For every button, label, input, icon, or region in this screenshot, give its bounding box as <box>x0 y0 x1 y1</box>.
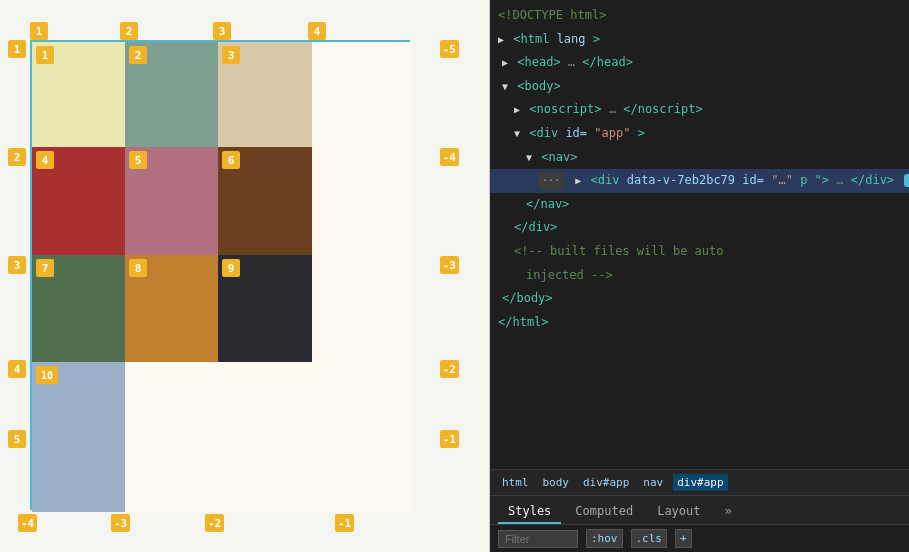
grid-cell-7: 7 <box>32 255 125 362</box>
cell-label-3: 3 <box>222 46 240 64</box>
expand-html-icon[interactable] <box>498 34 504 45</box>
cell-label-7: 7 <box>36 259 54 277</box>
grid-cell-10: 10 <box>32 362 125 512</box>
devtools-panel: <!DOCTYPE html> <html lang > <head> … </… <box>490 0 909 552</box>
dom-line-doctype: <!DOCTYPE html> <box>490 4 909 28</box>
cell-label-6: 6 <box>222 151 240 169</box>
cell-label-1: 1 <box>36 46 54 64</box>
grid-cell-5: 5 <box>125 147 218 255</box>
cell-label-5: 5 <box>129 151 147 169</box>
breadcrumb-div-app-2[interactable]: div#app <box>673 474 727 491</box>
grid-cell-col2-row4 <box>125 362 218 512</box>
dom-line-comment: <!-- built files will be auto <box>490 240 909 264</box>
expand-inner-div-icon[interactable] <box>575 175 581 186</box>
col-neg-label-4: -4 <box>18 514 37 532</box>
grid-badge[interactable]: grid <box>904 174 909 187</box>
expand-nav-icon[interactable] <box>526 152 532 163</box>
row-neg-label-1: -1 <box>440 430 459 448</box>
grid-visualization: 1 2 3 4 5 6 7 8 <box>0 0 490 552</box>
row-neg-label-4: -4 <box>440 148 459 166</box>
expand-body-icon[interactable] <box>502 81 508 92</box>
tab-styles[interactable]: Styles <box>498 500 561 524</box>
row-neg-label-5: -5 <box>440 40 459 58</box>
tab-more-icon[interactable]: » <box>715 500 742 524</box>
grid-cell-col4-row2 <box>312 147 412 255</box>
cell-label-8: 8 <box>129 259 147 277</box>
row-label-3: 3 <box>8 256 26 274</box>
grid-cell-3: 3 <box>218 42 312 147</box>
row-neg-label-2: -2 <box>440 360 459 378</box>
ellipsis-icon[interactable]: ··· <box>538 172 564 190</box>
tab-layout[interactable]: Layout <box>647 500 710 524</box>
dom-line-html[interactable]: <html lang > <box>490 28 909 52</box>
col-label-4: 4 <box>308 22 326 40</box>
row-label-1: 1 <box>8 40 26 58</box>
grid-cell-9: 9 <box>218 255 312 362</box>
filter-add-button[interactable]: + <box>675 529 692 548</box>
filter-input[interactable] <box>498 530 578 548</box>
col-neg-label-3: -3 <box>111 514 130 532</box>
breadcrumb-div-app[interactable]: div#app <box>579 474 633 491</box>
dom-line-nav[interactable]: <nav> <box>490 146 909 170</box>
breadcrumb-bar: html body div#app nav div#app <box>490 469 909 495</box>
dom-line-highlighted-div[interactable]: ··· <div data-v-7eb2bc79 id= "…" p "> … … <box>490 169 909 193</box>
dom-line-close-nav: </nav> <box>490 193 909 217</box>
dom-line-close-body: </body> <box>490 287 909 311</box>
css-grid-display: 1 2 3 4 5 6 7 8 <box>30 40 410 510</box>
dom-line-close-html: </html> <box>490 311 909 335</box>
row-neg-label-3: -3 <box>440 256 459 274</box>
cell-label-9: 9 <box>222 259 240 277</box>
expand-noscript-icon[interactable] <box>514 104 520 115</box>
devtools-tabs: Styles Computed Layout » <box>490 495 909 524</box>
col-neg-label-2: -2 <box>205 514 224 532</box>
filter-bar: :hov .cls + <box>490 524 909 552</box>
dom-line-noscript[interactable]: <noscript> … </noscript> <box>490 98 909 122</box>
expand-div-app-icon[interactable] <box>514 128 520 139</box>
breadcrumb-nav[interactable]: nav <box>639 474 667 491</box>
cell-label-10: 10 <box>36 366 58 384</box>
row-label-2: 2 <box>8 148 26 166</box>
grid-cell-2: 2 <box>125 42 218 147</box>
expand-head-icon[interactable] <box>502 57 508 68</box>
row-label-5: 5 <box>8 430 26 448</box>
dom-line-body[interactable]: <body> <box>490 75 909 99</box>
filter-hov-button[interactable]: :hov <box>586 529 623 548</box>
grid-cell-4: 4 <box>32 147 125 255</box>
grid-cell-col4-row1 <box>312 42 412 147</box>
row-label-4: 4 <box>8 360 26 378</box>
breadcrumb-body[interactable]: body <box>539 474 574 491</box>
dom-line-comment-injected: injected --> <box>490 264 909 288</box>
grid-cell-1: 1 <box>32 42 125 147</box>
dom-line-div-app[interactable]: <div id= "app" > <box>490 122 909 146</box>
grid-cell-8: 8 <box>125 255 218 362</box>
grid-cell-col3-row4 <box>218 362 312 512</box>
grid-cell-6: 6 <box>218 147 312 255</box>
filter-cls-button[interactable]: .cls <box>631 529 668 548</box>
cell-label-2: 2 <box>129 46 147 64</box>
col-neg-label-1: -1 <box>335 514 354 532</box>
cell-label-4: 4 <box>36 151 54 169</box>
dom-line-close-div: </div> <box>490 216 909 240</box>
grid-cell-col4-row4 <box>312 362 412 512</box>
dom-line-head[interactable]: <head> … </head> <box>490 51 909 75</box>
col-label-1: 1 <box>30 22 48 40</box>
col-label-2: 2 <box>120 22 138 40</box>
grid-cell-col4-row3 <box>312 255 412 362</box>
breadcrumb-html[interactable]: html <box>498 474 533 491</box>
dom-tree: <!DOCTYPE html> <html lang > <head> … </… <box>490 0 909 469</box>
col-label-3: 3 <box>213 22 231 40</box>
tab-computed[interactable]: Computed <box>565 500 643 524</box>
